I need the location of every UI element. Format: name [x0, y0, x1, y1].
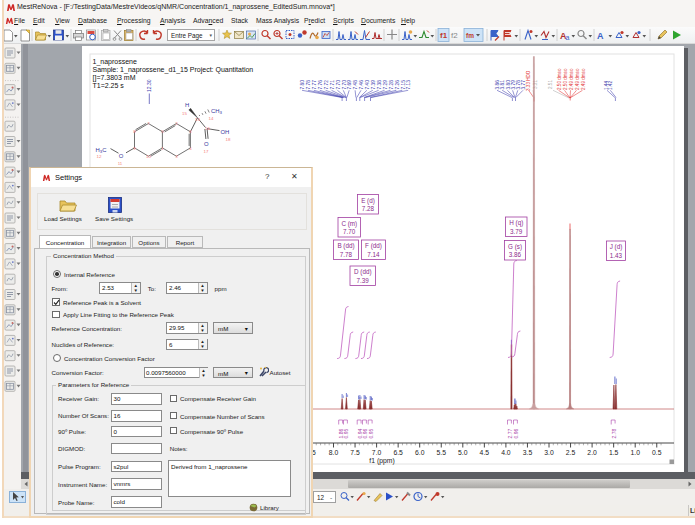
svg-text:A: A [597, 31, 604, 41]
svg-text:1_naprossene: 1_naprossene [93, 58, 137, 66]
svg-text:7.69: 7.69 [347, 80, 352, 90]
svg-text:17: 17 [204, 149, 209, 154]
svg-text:7.78: 7.78 [306, 80, 311, 90]
svg-text:E (d): E (d) [361, 197, 375, 205]
svg-text:D (dd): D (dd) [354, 268, 372, 276]
svg-text:12.30: 12.30 [146, 79, 152, 92]
svg-text:7.70: 7.70 [336, 80, 341, 90]
svg-text:7.80: 7.80 [300, 80, 305, 90]
svg-text:7.72: 7.72 [324, 80, 329, 90]
svg-text:3.86: 3.86 [509, 251, 522, 258]
svg-text:2.49 dmso: 2.49 dmso [569, 68, 574, 90]
svg-text:7.38: 7.38 [377, 80, 382, 90]
svg-text:7.0: 7.0 [372, 449, 382, 456]
svg-text:f1: f1 [440, 31, 448, 40]
svg-text:f2: f2 [451, 31, 458, 40]
svg-text:F (dd): F (dd) [365, 242, 382, 250]
svg-text:0.96: 0.96 [513, 429, 519, 439]
svg-text:5: 5 [161, 129, 164, 134]
svg-text:14: 14 [209, 116, 214, 121]
svg-text:OH: OH [221, 129, 230, 135]
svg-text:13: 13 [195, 117, 200, 122]
svg-text:3: 3 [175, 154, 178, 159]
svg-text:2.0: 2.0 [587, 449, 597, 456]
svg-text:7.76: 7.76 [318, 80, 323, 90]
svg-text:7.26: 7.26 [395, 80, 400, 90]
svg-text:1.42: 1.42 [608, 81, 613, 90]
svg-text:7.39: 7.39 [357, 277, 370, 284]
svg-text:H: H [185, 102, 189, 108]
svg-text:f1 (ppm): f1 (ppm) [369, 457, 394, 465]
svg-text:7: 7 [147, 121, 150, 126]
svg-text:5.0: 5.0 [458, 449, 468, 456]
svg-text:1.43: 1.43 [610, 252, 623, 259]
svg-text:5.5: 5.5 [437, 449, 447, 456]
svg-text:J (d): J (d) [610, 243, 623, 251]
svg-text:11: 11 [118, 161, 123, 166]
svg-text:2.49 dmso: 2.49 dmso [581, 68, 586, 90]
svg-text:7.13: 7.13 [406, 80, 411, 90]
svg-text:7.5: 7.5 [350, 449, 360, 456]
svg-text:4.5: 4.5 [480, 449, 490, 456]
svg-text:12: 12 [97, 154, 102, 159]
svg-text:7.29: 7.29 [383, 80, 388, 90]
svg-text:2.50 dmso: 2.50 dmso [557, 68, 562, 90]
svg-text:8.0: 8.0 [329, 449, 339, 456]
svg-text:a: a [566, 34, 570, 41]
svg-text:2.78: 2.78 [611, 429, 617, 439]
svg-text:1: 1 [161, 146, 164, 151]
svg-text:7.70: 7.70 [343, 228, 356, 235]
svg-text:7.15: 7.15 [401, 80, 406, 90]
svg-text:7.28: 7.28 [362, 205, 375, 212]
svg-text:15: 15 [182, 111, 187, 116]
svg-text:2.51: 2.51 [548, 80, 553, 89]
svg-text:fm: fm [466, 32, 474, 39]
svg-text:7.46: 7.46 [359, 80, 364, 90]
svg-text:4: 4 [189, 146, 192, 151]
svg-text:7.40: 7.40 [365, 80, 370, 90]
svg-text:H (q): H (q) [509, 219, 523, 227]
svg-text:3.33 HDO: 3.33 HDO [526, 70, 531, 91]
svg-text:C (m): C (m) [341, 220, 357, 228]
svg-text:2: 2 [175, 121, 178, 126]
svg-text:Sample: 1_naprossene_d1_15 Pr: Sample: 1_naprossene_d1_15 Project: Quan… [93, 66, 254, 74]
svg-text:3.79: 3.79 [510, 228, 523, 235]
svg-text:7.77: 7.77 [312, 80, 317, 90]
svg-text:T1=2.25 s: T1=2.25 s [93, 82, 125, 89]
svg-text:7.71: 7.71 [330, 80, 335, 90]
svg-text:3.5: 3.5 [523, 449, 533, 456]
svg-text:8: 8 [133, 129, 136, 134]
svg-text:G (s): G (s) [508, 243, 522, 251]
svg-text:7.48: 7.48 [353, 80, 358, 90]
svg-text:O: O [119, 153, 124, 159]
svg-text:2.5: 2.5 [566, 449, 576, 456]
svg-text:16: 16 [205, 126, 210, 131]
svg-text:1.0: 1.0 [630, 449, 640, 456]
svg-text:0.5: 0.5 [652, 449, 662, 456]
svg-text:7.14: 7.14 [367, 251, 380, 258]
svg-text:2.50 dmso: 2.50 dmso [563, 68, 568, 90]
svg-text:0.95: 0.95 [343, 429, 349, 439]
svg-text:6.5: 6.5 [393, 449, 403, 456]
svg-text:6.0: 6.0 [415, 449, 425, 456]
svg-text:7.39: 7.39 [371, 80, 376, 90]
svg-text:2.49 dmso: 2.49 dmso [575, 68, 580, 90]
svg-text:4.0: 4.0 [501, 449, 511, 456]
svg-text:7.28: 7.28 [389, 80, 394, 90]
svg-text:18: 18 [226, 137, 231, 142]
svg-text:9: 9 [133, 146, 136, 151]
svg-text:B (dd): B (dd) [337, 242, 354, 250]
svg-text:3.0: 3.0 [544, 449, 554, 456]
svg-text:0.95: 0.95 [368, 429, 374, 439]
svg-text:CH3: CH3 [211, 108, 223, 115]
svg-text:[]=7.3803 mM: []=7.3803 mM [93, 74, 136, 82]
svg-text:10: 10 [146, 154, 151, 159]
svg-text:7.70: 7.70 [342, 80, 347, 90]
svg-text:1.5: 1.5 [609, 449, 619, 456]
svg-text:7.78: 7.78 [340, 251, 353, 258]
svg-text:O: O [204, 141, 209, 147]
